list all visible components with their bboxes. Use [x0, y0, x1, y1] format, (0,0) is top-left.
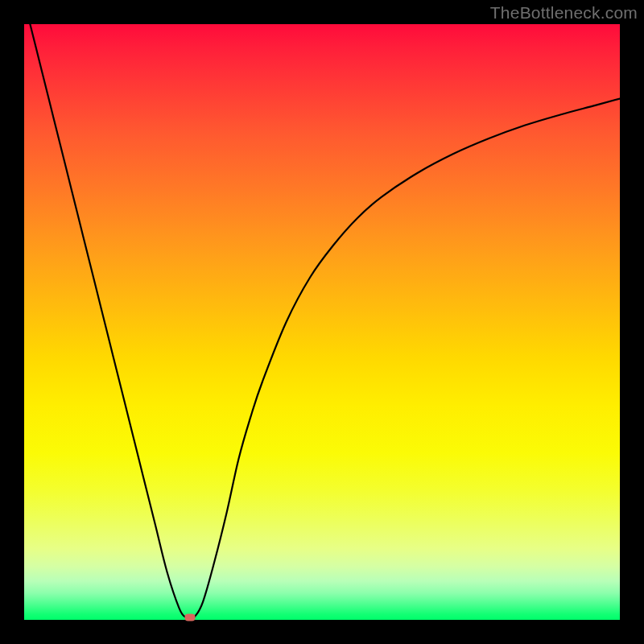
chart-frame: TheBottleneck.com [0, 0, 644, 644]
optimum-marker [184, 614, 195, 621]
curve-svg [24, 24, 620, 620]
attribution-text: TheBottleneck.com [490, 3, 638, 23]
bottleneck-curve [24, 24, 620, 619]
plot-area [24, 24, 620, 620]
